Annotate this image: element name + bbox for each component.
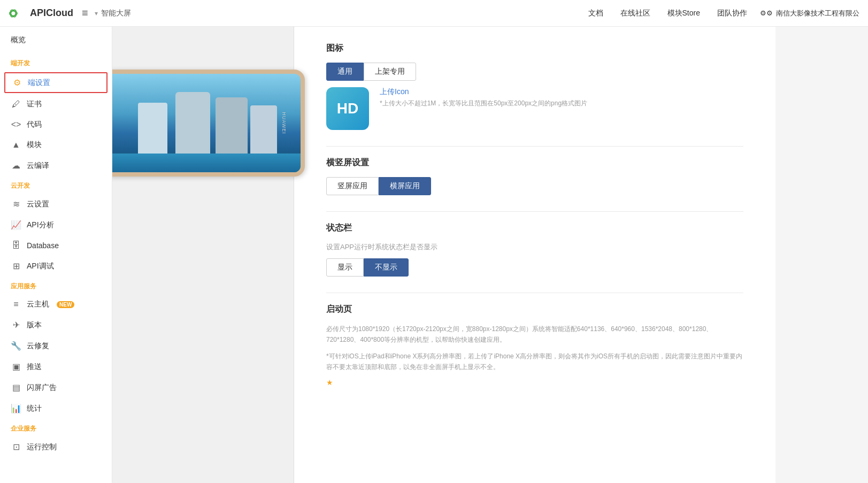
sidebar-item-label: Database xyxy=(27,241,59,250)
cloud-code-icon: ☁ xyxy=(11,160,21,171)
divider-3 xyxy=(326,293,743,293)
breadcrumb-text: 智能大屏 xyxy=(101,9,131,18)
sidebar-item-label: API调试 xyxy=(27,262,54,271)
sidebar: 概览 端开发 ⚙ 端设置 🖊 证书 <> 代码 ▲ 模块 ☁ 云编译 云开发 ≋… xyxy=(0,27,112,483)
launch-desc-2: *可针对iOS上传iPad和iPhone X系列高分辨率图，若上传了iPhone… xyxy=(326,351,743,373)
launch-section-title: 启动页 xyxy=(326,304,743,315)
sidebar-item-tongji[interactable]: 📊 统计 xyxy=(0,398,112,419)
nav-docs[interactable]: 文档 xyxy=(588,9,603,18)
sidebar-item-yun-shezhi[interactable]: ≋ 云设置 xyxy=(0,194,112,214)
new-badge: NEW xyxy=(57,301,74,308)
sidebar-item-overview[interactable]: 概览 xyxy=(0,27,112,53)
version-icon: ✈ xyxy=(11,320,21,330)
sidebar-item-shanping-guanggao[interactable]: ▤ 闪屏广告 xyxy=(0,377,112,398)
divider-2 xyxy=(326,211,743,212)
gear-icon: ⚙ xyxy=(12,78,22,88)
orientation-section-title: 横竖屏设置 xyxy=(326,157,743,168)
sidebar-item-yun-zhuji[interactable]: ≡ 云主机 NEW xyxy=(0,294,112,315)
sidebar-item-label: 云主机 xyxy=(27,300,49,309)
logo: APICloud xyxy=(9,5,73,22)
launch-section: 启动页 必传尺寸为1080*1920（长1720px-2120px之间，宽880… xyxy=(326,304,743,387)
menu-toggle-icon[interactable]: ≡ xyxy=(82,7,88,19)
wrench-icon: 🔧 xyxy=(11,341,21,351)
orientation-tab-portrait[interactable]: 竖屏应用 xyxy=(326,177,379,195)
statusbar-section: 状态栏 设置APP运行时系统状态栏是否显示 显示 不显示 xyxy=(326,223,743,277)
nav-community[interactable]: 在线社区 xyxy=(620,9,650,18)
sidebar-section-qiye: 企业服务 xyxy=(0,419,112,436)
sidebar-item-label: 模块 xyxy=(27,140,42,150)
nav-store[interactable]: 模块Store xyxy=(667,9,700,18)
settings-panel: 图标 通用 上架专用 HD 上传Icon *上传大小不超过1M，长宽等比且范围在… xyxy=(294,27,775,483)
breadcrumb: ▾ 智能大屏 xyxy=(95,9,131,18)
sidebar-item-yunxiufu[interactable]: 🔧 云修复 xyxy=(0,335,112,356)
user-settings-icon: ⚙⚙ xyxy=(760,9,773,17)
sidebar-item-label: 统计 xyxy=(27,404,42,413)
sidebar-item-zhengshu[interactable]: 🖊 证书 xyxy=(0,94,112,114)
phone-brand-label: HUAWEI xyxy=(281,112,287,134)
statusbar-section-title: 状态栏 xyxy=(326,223,743,234)
phone-mockup: HUAWEI xyxy=(112,70,305,177)
sidebar-item-yunbianyì[interactable]: ☁ 云编译 xyxy=(0,155,112,176)
icon-upload-info: 上传Icon *上传大小不超过1M，长宽等比且范围在50px至200px之间的p… xyxy=(380,87,587,108)
sidebar-item-label: 云设置 xyxy=(27,200,49,209)
cert-icon: 🖊 xyxy=(11,99,21,109)
sidebar-section-duankaifa: 端开发 xyxy=(0,53,112,71)
orientation-tab-group: 竖屏应用 横屏应用 xyxy=(326,177,743,195)
icon-tab-group: 通用 上架专用 xyxy=(326,63,743,81)
upload-icon-hint: *上传大小不超过1M，长宽等比且范围在50px至200px之间的png格式图片 xyxy=(380,99,587,108)
module-icon: ▲ xyxy=(11,140,21,150)
sidebar-item-label: 云编译 xyxy=(27,161,49,171)
main-layout: 概览 端开发 ⚙ 端设置 🖊 证书 <> 代码 ▲ 模块 ☁ 云编译 云开发 ≋… xyxy=(0,27,868,483)
launch-desc-1: 必传尺寸为1080*1920（长1720px-2120px之间，宽880px-1… xyxy=(326,324,743,346)
icon-tab-shelf[interactable]: 上架专用 xyxy=(364,63,416,81)
icon-section: 图标 通用 上架专用 HD 上传Icon *上传大小不超过1M，长宽等比且范围在… xyxy=(326,43,743,130)
orientation-section: 横竖屏设置 竖屏应用 横屏应用 xyxy=(326,157,743,195)
ad-icon: ▤ xyxy=(11,382,21,393)
top-nav: APICloud ≡ ▾ 智能大屏 文档 在线社区 模块Store 团队协作 ⚙… xyxy=(0,0,868,27)
sidebar-item-label: 版本 xyxy=(27,320,42,330)
sidebar-section-yunkaifa: 云开发 xyxy=(0,176,112,194)
code-icon: <> xyxy=(11,120,21,129)
sidebar-item-yunxing-kongzhi[interactable]: ⊡ 运行控制 xyxy=(0,436,112,457)
launch-star: ★ xyxy=(326,378,333,387)
sidebar-item-mokuai[interactable]: ▲ 模块 xyxy=(0,135,112,155)
sidebar-item-label: 推送 xyxy=(27,362,42,372)
orientation-tab-landscape[interactable]: 横屏应用 xyxy=(379,177,431,195)
statusbar-tab-show[interactable]: 显示 xyxy=(326,258,364,277)
icon-section-title: 图标 xyxy=(326,43,743,54)
statusbar-tab-group: 显示 不显示 xyxy=(326,258,743,277)
push-icon: ▣ xyxy=(11,362,21,372)
nav-team[interactable]: 团队协作 xyxy=(717,9,747,18)
sidebar-item-tuisong[interactable]: ▣ 推送 xyxy=(0,356,112,377)
sidebar-item-database[interactable]: 🗄 Database xyxy=(0,235,112,256)
icon-preview-box: HD xyxy=(326,87,369,130)
upload-icon-link[interactable]: 上传Icon xyxy=(380,87,409,96)
api-test-icon: ⊞ xyxy=(11,261,21,271)
user-name: 南信大影像技术工程有限公 xyxy=(776,9,859,18)
sidebar-item-label: 证书 xyxy=(27,99,42,109)
icon-tab-general[interactable]: 通用 xyxy=(326,63,364,81)
statusbar-tab-hide[interactable]: 不显示 xyxy=(364,258,409,277)
nav-links: 文档 在线社区 模块Store 团队协作 xyxy=(588,9,747,18)
statusbar-desc: 设置APP运行时系统状态栏是否显示 xyxy=(326,242,743,252)
sidebar-item-label: API分析 xyxy=(27,220,54,230)
phone-mockup-container: HUAWEI xyxy=(112,70,305,177)
logo-text: APICloud xyxy=(30,7,73,19)
cloud-settings-icon: ≋ xyxy=(11,199,21,209)
sidebar-item-daima[interactable]: <> 代码 xyxy=(0,114,112,135)
sidebar-item-label: 闪屏广告 xyxy=(27,383,57,393)
divider-1 xyxy=(326,146,743,147)
sidebar-item-api-tiaoshi[interactable]: ⊞ API调试 xyxy=(0,256,112,277)
sidebar-section-yingyong: 应用服务 xyxy=(0,277,112,294)
chart-icon: 📈 xyxy=(11,220,21,230)
breadcrumb-arrow: ▾ xyxy=(95,10,98,17)
sidebar-item-duan-shezhi[interactable]: ⚙ 端设置 xyxy=(4,72,107,93)
apicloud-logo-icon xyxy=(9,5,26,22)
db-icon: 🗄 xyxy=(11,241,21,250)
user-menu[interactable]: ⚙⚙ 南信大影像技术工程有限公 xyxy=(760,9,859,18)
content-area: HUAWEI 图标 通用 上架专用 xyxy=(112,27,868,483)
sidebar-item-banben[interactable]: ✈ 版本 xyxy=(0,315,112,335)
sidebar-item-api-fenxi[interactable]: 📈 API分析 xyxy=(0,214,112,235)
control-icon: ⊡ xyxy=(11,442,21,452)
server-icon: ≡ xyxy=(11,300,21,309)
